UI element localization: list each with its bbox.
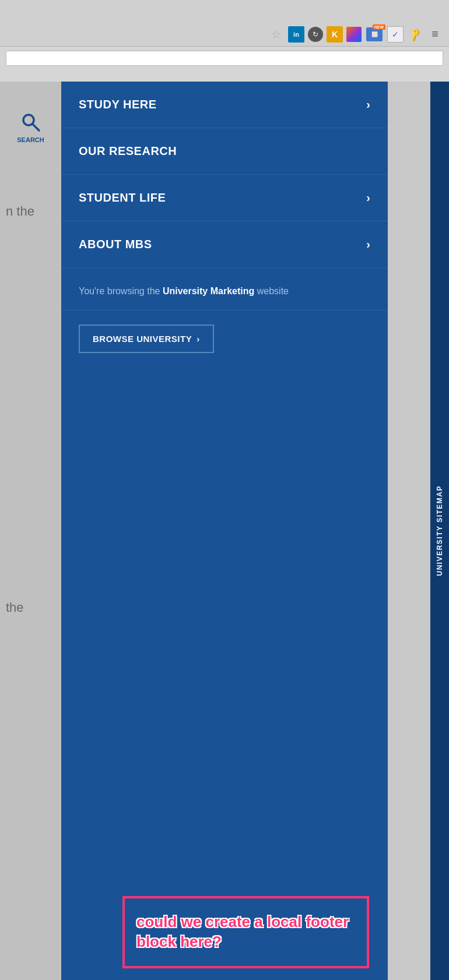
new-extension-icon[interactable]: ⬜ NEW [365, 26, 384, 43]
page-background-text-1: n the [0, 198, 61, 225]
svg-line-1 [33, 124, 39, 131]
page-background-text-2: the [0, 594, 61, 621]
browser-toolbar: ☆ in ↻ K ⬜ NEW ✓ 🔑 ≡ [0, 0, 449, 47]
browse-university-arrow-icon: › [197, 334, 200, 344]
browsing-context-text: You're browsing the University Marketing… [79, 284, 370, 298]
key-icon[interactable]: 🔑 [404, 23, 426, 45]
about-mbs-arrow-icon: › [366, 238, 370, 251]
nav-item-our-research[interactable]: OUR RESEARCH [61, 128, 388, 175]
browse-btn-container: BROWSE UNIVERSITY › [61, 311, 388, 367]
nav-item-student-life[interactable]: STUDENT LIFE › [61, 175, 388, 221]
refresh-icon[interactable]: ↻ [308, 27, 323, 42]
search-area: SEARCH [0, 111, 61, 143]
hamburger-menu-icon[interactable]: ≡ [427, 26, 443, 43]
toolbar-icons: ☆ in ↻ K ⬜ NEW ✓ 🔑 ≡ [268, 26, 443, 43]
bookmark-star-icon[interactable]: ☆ [268, 26, 285, 43]
nav-item-about-mbs[interactable]: ABOUT MBS › [61, 221, 388, 268]
browsing-prefix: You're browsing the [79, 286, 163, 296]
checkmark-icon[interactable]: ✓ [387, 26, 404, 43]
browse-university-label: BROWSE UNIVERSITY [93, 334, 192, 344]
k-extension-icon[interactable]: K [327, 26, 343, 43]
main-content: SEARCH n the the STUDY HERE › OUR RESEAR… [0, 82, 449, 980]
browsing-site-name: University Marketing [163, 286, 254, 296]
browser-chrome: ☆ in ↻ K ⬜ NEW ✓ 🔑 ≡ [0, 0, 449, 82]
sitemap-label: UNIVERSITY SITEMAP [436, 485, 444, 576]
nav-item-study-here[interactable]: STUDY HERE › [61, 82, 388, 128]
search-label: SEARCH [17, 136, 44, 143]
colorful-extension-icon[interactable] [346, 27, 362, 42]
browsing-suffix: website [254, 286, 289, 296]
browsing-context: You're browsing the University Marketing… [61, 268, 388, 311]
footer-question-text: could we create a local footer block her… [136, 912, 355, 952]
address-bar-input[interactable] [6, 51, 443, 66]
student-life-arrow-icon: › [366, 191, 370, 205]
linkedin-icon[interactable]: in [288, 26, 304, 43]
search-icon [19, 111, 43, 134]
university-sitemap-tab[interactable]: UNIVERSITY SITEMAP [430, 82, 449, 980]
left-sidebar: SEARCH n the the [0, 82, 61, 980]
dropdown-panel: STUDY HERE › OUR RESEARCH STUDENT LIFE ›… [61, 82, 388, 980]
footer-block: could we create a local footer block her… [122, 896, 369, 968]
browse-university-button[interactable]: BROWSE UNIVERSITY › [79, 325, 214, 353]
address-bar-row [0, 47, 449, 70]
study-here-arrow-icon: › [366, 98, 370, 111]
